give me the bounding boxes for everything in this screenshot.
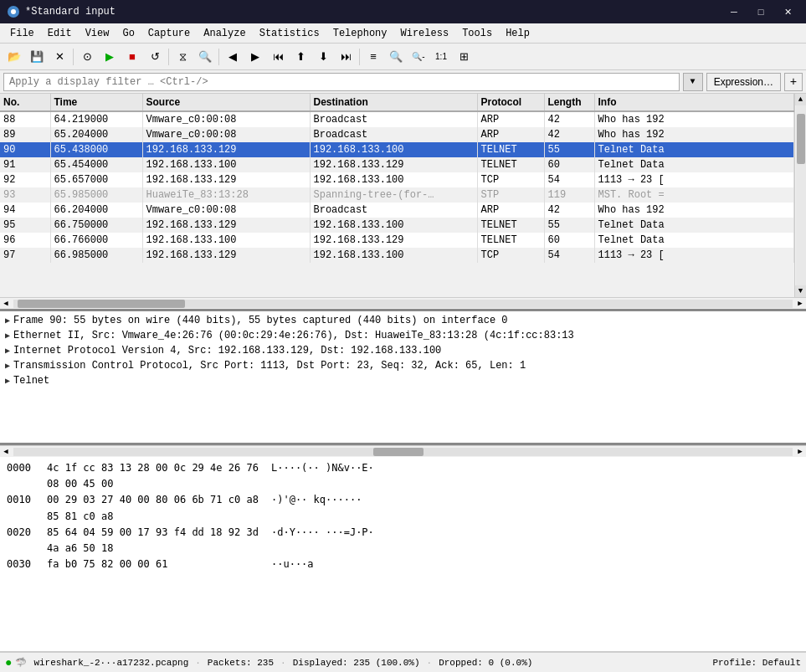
menu-item-edit[interactable]: Edit: [41, 26, 79, 41]
cell-no: 97: [0, 248, 50, 263]
cell-time: 66.985000: [50, 248, 142, 263]
goto-first-button[interactable]: ⏮: [267, 46, 289, 68]
detail-row[interactable]: ▶Transmission Control Protocol, Src Port…: [0, 358, 806, 373]
table-row[interactable]: 9466.204000Vmware_c0:00:08BroadcastARP42…: [0, 203, 794, 218]
table-row[interactable]: 9065.438000192.168.133.129192.168.133.10…: [0, 142, 794, 157]
detail-expand-icon: ▶: [5, 315, 10, 326]
hscroll-left-arrow[interactable]: ◀: [0, 299, 12, 308]
menu-item-wireless[interactable]: Wireless: [394, 26, 456, 41]
hex-row: 002085 64 04 59 00 17 93 f4 dd 18 92 3d …: [7, 525, 799, 557]
colorize-button[interactable]: ≡: [362, 46, 384, 68]
detail-row-text: Telnet: [13, 375, 49, 387]
resize-columns-button[interactable]: ⊞: [453, 46, 475, 68]
close-button[interactable]: ✕: [776, 3, 799, 20]
detail-row[interactable]: ▶Frame 90: 55 bytes on wire (440 bits), …: [0, 313, 806, 328]
details-pane: ▶Frame 90: 55 bytes on wire (440 bits), …: [0, 311, 806, 445]
menu-item-go[interactable]: Go: [116, 26, 141, 41]
title-bar: *Standard input ─ □ ✕: [0, 0, 806, 23]
expression-button[interactable]: Expression…: [706, 73, 781, 91]
table-row[interactable]: 9265.657000192.168.133.129192.168.133.10…: [0, 172, 794, 187]
detail-hscroll-right[interactable]: ▶: [794, 447, 806, 456]
cell-src: 192.168.133.100: [142, 157, 310, 172]
col-header-dst: Destination: [310, 94, 477, 111]
cell-time: 65.438000: [50, 142, 142, 157]
hscroll-right-arrow[interactable]: ▶: [794, 299, 806, 308]
save-button[interactable]: 💾: [26, 46, 48, 68]
cell-proto: ARP: [477, 127, 544, 142]
packet-list-scroll[interactable]: No. Time Source Destination Protocol Len…: [0, 94, 794, 297]
detail-row[interactable]: ▶Internet Protocol Version 4, Src: 192.1…: [0, 343, 806, 358]
hex-ascii: L····(·· )N&v··E·: [271, 460, 374, 492]
cell-info: Who has 192: [594, 111, 794, 127]
goto-next-button[interactable]: ⬇: [312, 46, 334, 68]
table-row[interactable]: 9566.750000192.168.133.129192.168.133.10…: [0, 218, 794, 233]
vscroll-down-arrow[interactable]: ▼: [795, 285, 807, 297]
col-header-src: Source: [142, 94, 310, 111]
detail-hscroll-left[interactable]: ◀: [0, 447, 12, 456]
maximize-button[interactable]: □: [749, 3, 773, 20]
zoom-normal-button[interactable]: 1:1: [430, 46, 452, 68]
col-header-no: No.: [0, 94, 50, 111]
display-filter-input[interactable]: [3, 73, 680, 91]
menu-item-capture[interactable]: Capture: [141, 26, 197, 41]
menu-item-telephony[interactable]: Telephony: [326, 26, 394, 41]
cell-len: 42: [544, 111, 594, 127]
cell-no: 88: [0, 111, 50, 127]
table-row[interactable]: 9165.454000192.168.133.100192.168.133.12…: [0, 157, 794, 172]
detail-hscroll-track[interactable]: [13, 448, 793, 456]
minimize-button[interactable]: ─: [722, 3, 746, 20]
filter-dropdown-button[interactable]: ▼: [683, 73, 703, 91]
vscroll-thumb[interactable]: [797, 114, 805, 164]
display-filters-button[interactable]: 🔍: [194, 46, 216, 68]
open-button[interactable]: 📂: [3, 46, 25, 68]
hex-offset: 0030: [7, 557, 40, 572]
menu-item-view[interactable]: View: [79, 26, 116, 41]
hex-ascii: ·d·Y···· ···=J·P·: [271, 525, 374, 557]
cell-dst: Spanning-tree-(for-…: [310, 187, 477, 203]
forward-button[interactable]: ▶: [244, 46, 266, 68]
cell-src: Vmware_c0:00:08: [142, 111, 310, 127]
cell-src: 192.168.133.100: [142, 233, 310, 248]
toolbar-sep-3: [218, 49, 219, 65]
cell-no: 91: [0, 157, 50, 172]
details-hscrollbar[interactable]: ◀ ▶: [0, 445, 806, 457]
close-capture-button[interactable]: ✕: [49, 46, 70, 68]
vscroll-up-arrow[interactable]: ▲: [795, 94, 807, 105]
menu-item-tools[interactable]: Tools: [455, 26, 499, 41]
detail-row-text: Frame 90: 55 bytes on wire (440 bits), 5…: [13, 315, 508, 326]
menu-item-analyze[interactable]: Analyze: [197, 26, 252, 41]
vscroll-track[interactable]: [796, 105, 806, 285]
table-row[interactable]: 9365.985000HuaweiTe_83:13:28Spanning-tre…: [0, 187, 794, 203]
packet-list-hscrollbar[interactable]: ◀ ▶: [0, 297, 806, 309]
goto-last-button[interactable]: ⏭: [335, 46, 357, 68]
zoom-in-button[interactable]: 🔍: [385, 46, 407, 68]
hex-bytes: 85 64 04 59 00 17 93 f4 dd 18 92 3d 4a a…: [47, 525, 264, 557]
packet-list-vscrollbar[interactable]: ▲ ▼: [794, 94, 806, 297]
table-row[interactable]: 8864.219000Vmware_c0:00:08BroadcastARP42…: [0, 111, 794, 127]
cell-info: Telnet Data: [594, 233, 794, 248]
table-row[interactable]: 8965.204000Vmware_c0:00:08BroadcastARP42…: [0, 127, 794, 142]
hscroll-track[interactable]: [13, 300, 793, 308]
toolbar-sep-1: [73, 49, 74, 65]
capture-filters-button[interactable]: ⧖: [172, 46, 193, 68]
cell-proto: TELNET: [477, 233, 544, 248]
detail-row[interactable]: ▶Ethernet II, Src: Vmware_4e:26:76 (00:0…: [0, 328, 806, 343]
toolbar-sep-2: [168, 49, 169, 65]
goto-prev-button[interactable]: ⬆: [290, 46, 311, 68]
restart-capture-button[interactable]: ↺: [144, 46, 166, 68]
add-filter-button[interactable]: +: [784, 73, 803, 91]
table-row[interactable]: 9766.985000192.168.133.129192.168.133.10…: [0, 248, 794, 263]
stop-capture-button[interactable]: ■: [121, 46, 143, 68]
start-capture-button[interactable]: ▶: [99, 46, 121, 68]
cell-len: 54: [544, 172, 594, 187]
zoom-out-button[interactable]: 🔍-: [408, 46, 429, 68]
menu-item-statistics[interactable]: Statistics: [253, 26, 326, 41]
menu-item-file[interactable]: File: [3, 26, 41, 41]
table-row[interactable]: 9666.766000192.168.133.100192.168.133.12…: [0, 233, 794, 248]
cell-info: 1113 → 23 [: [594, 248, 794, 263]
menu-item-help[interactable]: Help: [499, 26, 536, 41]
cell-len: 55: [544, 142, 594, 157]
capture-options-button[interactable]: ⊙: [76, 46, 98, 68]
detail-row[interactable]: ▶Telnet: [0, 373, 806, 388]
back-button[interactable]: ◀: [222, 46, 244, 68]
